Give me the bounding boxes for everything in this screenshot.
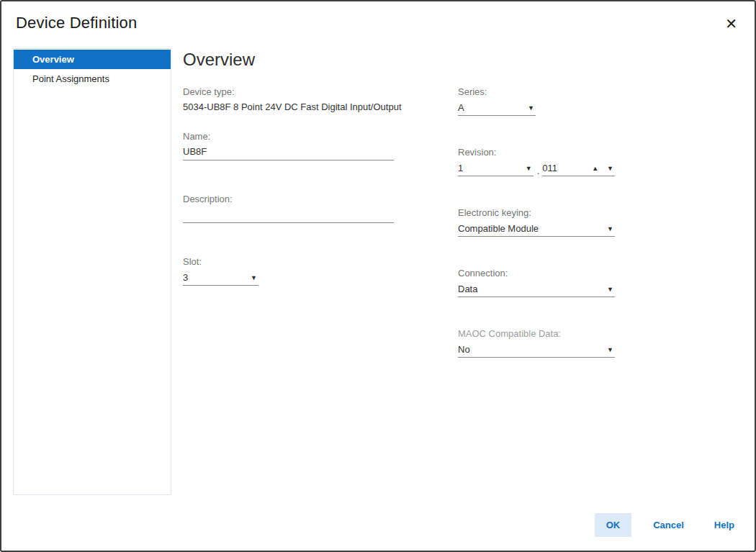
slot-select[interactable]: 3 ▼ bbox=[183, 270, 258, 286]
revision-row: 1 ▼ . 011 ▲ ▼ bbox=[458, 159, 615, 176]
main-panel: Overview Device type: 5034-UB8F 8 Point … bbox=[171, 48, 743, 495]
description-input[interactable] bbox=[183, 207, 394, 223]
description-label: Description: bbox=[183, 193, 394, 206]
name-input[interactable]: UB8F bbox=[183, 145, 394, 160]
caret-down-icon[interactable]: ▼ bbox=[607, 165, 613, 172]
help-button[interactable]: Help bbox=[714, 520, 734, 530]
chevron-down-icon: ▼ bbox=[607, 286, 615, 293]
device-type-value: 5034-UB8F 8 Point 24V DC Fast Digital In… bbox=[183, 100, 394, 114]
revision-minor-input[interactable]: 011 ▲ ▼ bbox=[542, 160, 615, 176]
revision-major-value: 1 bbox=[458, 163, 463, 173]
caret-up-icon[interactable]: ▲ bbox=[592, 165, 598, 172]
sidebar-item-point-assignments[interactable]: Point Assignments bbox=[14, 69, 171, 89]
connection-value: Data bbox=[458, 284, 477, 294]
revision-field: Revision: 1 ▼ . 011 ▲ ▼ bbox=[458, 146, 615, 176]
dialog-body: Overview Point Assignments Overview Devi… bbox=[1, 47, 755, 495]
sidebar-item-overview[interactable]: Overview bbox=[14, 50, 171, 69]
revision-minor-value: 011 bbox=[542, 163, 557, 173]
dialog-footer: OK Cancel Help bbox=[595, 513, 734, 537]
form-columns: Device type: 5034-UB8F 8 Point 24V DC Fa… bbox=[183, 86, 743, 388]
chevron-down-icon: ▼ bbox=[526, 165, 534, 172]
chevron-down-icon: ▼ bbox=[528, 104, 536, 112]
chevron-down-icon: ▼ bbox=[607, 225, 615, 232]
close-icon[interactable]: ✕ bbox=[722, 15, 740, 32]
connection-select[interactable]: Data ▼ bbox=[458, 281, 615, 297]
device-type-field: Device type: 5034-UB8F 8 Point 24V DC Fa… bbox=[183, 86, 394, 114]
revision-separator: . bbox=[534, 166, 543, 176]
series-select[interactable]: A ▼ bbox=[458, 100, 536, 116]
connection-label: Connection: bbox=[458, 267, 615, 280]
form-column-left: Device type: 5034-UB8F 8 Point 24V DC Fa… bbox=[183, 86, 394, 388]
revision-minor-spinner: ▲ ▼ bbox=[592, 165, 615, 172]
chevron-down-icon: ▼ bbox=[607, 346, 615, 353]
series-field: Series: A ▼ bbox=[458, 86, 615, 116]
electronic-keying-field: Electronic keying: Compatible Module ▼ bbox=[458, 207, 615, 237]
form-column-right: Series: A ▼ Revision: 1 ▼ bbox=[458, 86, 615, 388]
maoc-compatible-data-value: No bbox=[458, 344, 470, 355]
electronic-keying-value: Compatible Module bbox=[458, 223, 539, 234]
description-field: Description: bbox=[183, 193, 394, 223]
series-value: A bbox=[458, 102, 464, 113]
cancel-button[interactable]: Cancel bbox=[653, 520, 684, 530]
connection-field: Connection: Data ▼ bbox=[458, 267, 615, 297]
name-field: Name: UB8F bbox=[183, 130, 394, 160]
maoc-compatible-data-label: MAOC Compatible Data: bbox=[458, 327, 615, 340]
series-label: Series: bbox=[458, 86, 615, 99]
dialog-titlebar: Device Definition ✕ bbox=[1, 1, 755, 47]
ok-button[interactable]: OK bbox=[595, 513, 632, 537]
slot-value: 3 bbox=[183, 272, 188, 283]
maoc-compatible-data-select[interactable]: No ▼ bbox=[458, 342, 615, 358]
name-label: Name: bbox=[183, 130, 394, 143]
device-definition-dialog: Device Definition ✕ Overview Point Assig… bbox=[0, 0, 756, 552]
chevron-down-icon: ▼ bbox=[251, 274, 258, 281]
revision-major-select[interactable]: 1 ▼ bbox=[458, 160, 534, 176]
electronic-keying-select[interactable]: Compatible Module ▼ bbox=[458, 221, 615, 237]
slot-field: Slot: 3 ▼ bbox=[183, 255, 394, 286]
sidebar: Overview Point Assignments bbox=[13, 48, 171, 495]
page-title: Overview bbox=[183, 48, 743, 71]
device-type-label: Device type: bbox=[183, 86, 394, 99]
slot-label: Slot: bbox=[183, 255, 394, 268]
dialog-title: Device Definition bbox=[16, 14, 137, 32]
revision-label: Revision: bbox=[458, 146, 615, 159]
electronic-keying-label: Electronic keying: bbox=[458, 207, 615, 220]
maoc-compatible-data-field: MAOC Compatible Data: No ▼ bbox=[458, 327, 615, 358]
